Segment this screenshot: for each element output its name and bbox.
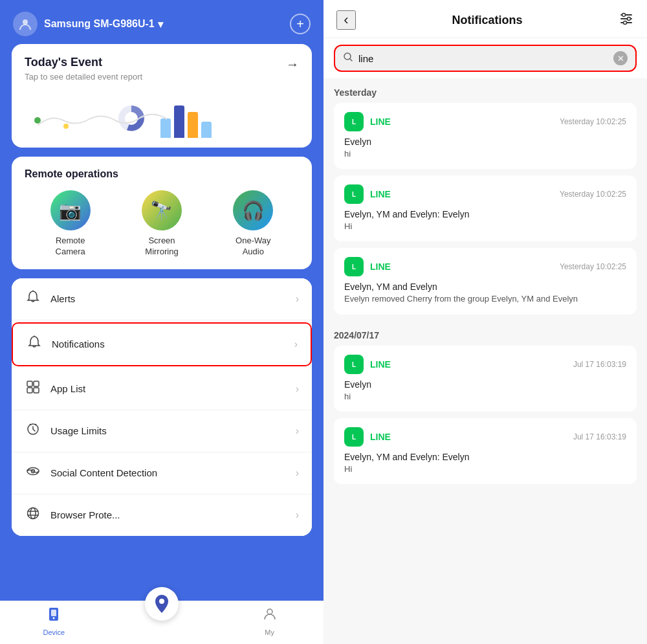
remote-camera-label: RemoteCamera: [56, 236, 85, 258]
notif-title-3: Evelyn, YM and Evelyn: [344, 282, 626, 292]
menu-item-social-content[interactable]: Social Content Detection ›: [12, 452, 312, 494]
app-list-chevron: ›: [296, 383, 299, 395]
notif-time-2: Yesterday 10:02:25: [560, 190, 626, 199]
tab-device[interactable]: Device: [0, 606, 108, 636]
bottom-tab-bar: Device My: [0, 601, 324, 644]
notif-body-1: hi: [344, 148, 626, 160]
remote-mirroring[interactable]: 🔭 ScreenMirroring: [142, 190, 182, 258]
device-name-text: Samsung SM-G986U-1: [44, 18, 155, 30]
menu-item-notifications[interactable]: Notifications ›: [12, 322, 312, 366]
notif-body-5: Hi: [344, 463, 626, 475]
notification-card-3[interactable]: L LINE Yesterday 10:02:25 Evelyn, YM and…: [334, 248, 637, 314]
menu-item-alerts[interactable]: Alerts ›: [12, 278, 312, 320]
svg-rect-5: [27, 381, 32, 386]
svg-point-0: [23, 19, 28, 25]
remote-camera[interactable]: 📷 RemoteCamera: [50, 190, 91, 258]
svg-rect-6: [34, 381, 39, 386]
svg-point-22: [267, 609, 272, 614]
notif-app-name-3: LINE: [370, 261, 560, 272]
notification-card-5[interactable]: L LINE Jul 17 16:03:19 Evelyn, YM and Ev…: [334, 418, 637, 484]
notif-body-4: hi: [344, 391, 626, 403]
search-clear-button[interactable]: ✕: [613, 51, 628, 65]
svg-point-26: [622, 13, 625, 16]
search-bar: ✕: [324, 38, 647, 78]
add-label: +: [296, 17, 304, 32]
svg-text:L: L: [352, 434, 356, 441]
right-title: Notifications: [452, 14, 522, 27]
tab-my[interactable]: My: [215, 606, 324, 636]
search-input[interactable]: [358, 53, 608, 64]
location-fab[interactable]: [145, 587, 179, 621]
avatar: [13, 12, 38, 36]
device-tab-icon: [46, 606, 61, 626]
event-chart: [25, 88, 299, 143]
svg-rect-7: [27, 388, 32, 393]
bar-chart: [160, 89, 212, 138]
social-content-icon: [25, 464, 41, 482]
alerts-chevron: ›: [296, 293, 299, 305]
app-list-icon: [25, 380, 41, 398]
app-list-label: App List: [50, 383, 85, 394]
notif-body-2: Hi: [344, 221, 626, 232]
right-panel: ‹ Notifications ✕: [324, 0, 647, 644]
right-header: ‹ Notifications: [324, 0, 647, 38]
browser-chevron: ›: [296, 509, 299, 521]
remote-camera-icon: 📷: [50, 190, 91, 230]
dropdown-icon: ▾: [158, 18, 163, 30]
back-button[interactable]: ‹: [336, 10, 356, 30]
my-tab-label: My: [265, 628, 274, 636]
svg-point-15: [30, 507, 36, 518]
notif-body-3: Evelyn removed Cherry from the group Eve…: [344, 293, 626, 305]
svg-text:L: L: [352, 118, 356, 126]
menu-list: Alerts › Notification: [12, 278, 312, 536]
filter-button[interactable]: [619, 11, 634, 30]
svg-text:L: L: [352, 361, 356, 368]
notif-time-4: Jul 17 16:03:19: [573, 360, 626, 369]
notif-app-name-4: LINE: [370, 359, 573, 370]
device-info: Samsung SM-G986U-1 ▾: [13, 12, 163, 36]
device-tab-label: Device: [43, 628, 65, 636]
add-device-button[interactable]: +: [290, 14, 311, 34]
cards-area: Today's Event Tap to see detailed event …: [0, 44, 324, 601]
menu-item-usage-limits[interactable]: Usage Limits ›: [12, 410, 312, 452]
alerts-icon: [25, 290, 41, 308]
browser-label: Browser Prote...: [50, 509, 120, 520]
line-app-icon-3: L: [344, 257, 364, 276]
usage-limits-icon: [25, 422, 41, 440]
svg-point-20: [53, 617, 55, 619]
remote-card: Remote operations 📷 RemoteCamera 🔭 Scree…: [12, 157, 312, 269]
search-icon: [343, 52, 353, 65]
line-app-icon-2: L: [344, 184, 364, 204]
notification-card-2[interactable]: L LINE Yesterday 10:02:25 Evelyn, YM and…: [334, 175, 637, 241]
notification-card-4[interactable]: L LINE Jul 17 16:03:19 Evelyn hi: [334, 346, 637, 412]
remote-audio-label: One-WayAudio: [236, 236, 270, 258]
line-app-icon-1: L: [344, 112, 364, 131]
event-subtitle: Tap to see detailed event report: [25, 72, 299, 82]
event-card[interactable]: Today's Event Tap to see detailed event …: [12, 44, 312, 148]
chart-line: [38, 115, 167, 126]
notifications-label: Notifications: [52, 339, 105, 350]
svg-point-14: [28, 507, 39, 518]
menu-item-browser[interactable]: Browser Prote... ›: [12, 494, 312, 536]
tab-location-fab[interactable]: [108, 606, 216, 636]
alerts-label: Alerts: [50, 293, 75, 304]
social-content-label: Social Content Detection: [50, 467, 157, 478]
notif-time-3: Yesterday 10:02:25: [560, 262, 626, 271]
svg-point-21: [159, 599, 164, 604]
notif-time-1: Yesterday 10:02:25: [560, 117, 626, 126]
date-header-july: 2024/07/17: [334, 321, 637, 346]
menu-item-app-list[interactable]: App List ›: [12, 368, 312, 410]
notifications-icon: [26, 335, 43, 353]
date-header-yesterday: Yesterday: [334, 78, 637, 103]
remote-audio[interactable]: 🎧 One-WayAudio: [233, 190, 273, 258]
remote-mirroring-label: ScreenMirroring: [145, 236, 178, 258]
svg-rect-19: [51, 610, 56, 616]
notifications-list: Yesterday L LINE Yesterday 10:02:25 Evel…: [324, 78, 647, 644]
notification-card-1[interactable]: L LINE Yesterday 10:02:25 Evelyn hi: [334, 103, 637, 169]
social-content-chevron: ›: [296, 467, 299, 479]
my-tab-icon: [262, 606, 278, 626]
search-input-wrap: ✕: [334, 45, 637, 72]
device-name[interactable]: Samsung SM-G986U-1 ▾: [44, 18, 163, 30]
left-header: Samsung SM-G986U-1 ▾ +: [0, 0, 324, 44]
notif-app-name-5: LINE: [370, 432, 573, 442]
